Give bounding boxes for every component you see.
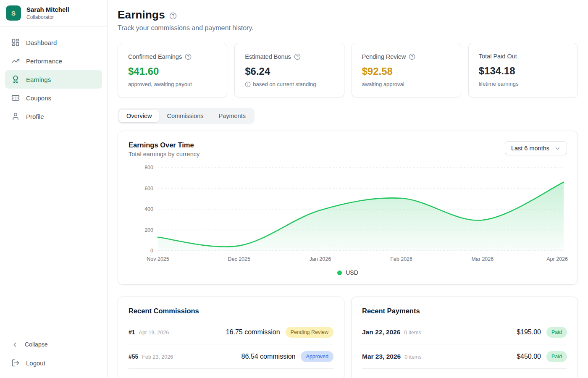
help-icon[interactable] xyxy=(185,53,192,60)
stat-label: Pending Review xyxy=(362,53,406,60)
sidebar-item-dashboard[interactable]: Dashboard xyxy=(5,33,102,52)
stat-value: $6.24 xyxy=(245,66,333,77)
sidebar-item-label: Coupons xyxy=(26,94,51,102)
sidebar: S Sarah Mitchell Collaborator Dashboard … xyxy=(0,0,108,378)
card-title: Recent Commissions xyxy=(129,307,333,315)
sidebar-nav: Dashboard Performance Earnings Coupons P… xyxy=(0,26,107,330)
stat-card-confirmed-earnings: Confirmed Earnings $41.60 approved, awai… xyxy=(118,43,227,97)
chevron-down-icon xyxy=(554,145,561,152)
svg-text:Apr 2026: Apr 2026 xyxy=(546,256,568,262)
recent-commissions-card: Recent Commissions #1 Apr 19, 2026 16.75… xyxy=(118,297,344,378)
svg-text:Nov 2025: Nov 2025 xyxy=(147,256,169,262)
stat-value: $134.18 xyxy=(479,65,567,77)
svg-text:400: 400 xyxy=(144,206,153,212)
status-badge: Pending Review xyxy=(286,327,333,338)
sidebar-footer: Collapse Logout xyxy=(0,330,107,378)
earnings-chart: 8006004002000Nov 2025Dec 2025Jan 2026Feb… xyxy=(129,164,568,265)
user-name: Sarah Mitchell xyxy=(26,6,69,13)
avatar: S xyxy=(6,5,21,21)
payment-items: 0 items xyxy=(404,330,421,336)
sidebar-item-profile[interactable]: Profile xyxy=(5,107,102,126)
stat-note: approved, awaiting payout xyxy=(128,81,217,87)
dashboard-grid-icon xyxy=(11,38,20,47)
help-icon[interactable] xyxy=(169,12,177,20)
svg-text:Jan 2026: Jan 2026 xyxy=(310,256,331,262)
earnings-over-time-card: Earnings Over Time Total earnings by cur… xyxy=(118,131,578,285)
status-badge: Paid xyxy=(546,351,567,362)
svg-text:Dec 2025: Dec 2025 xyxy=(228,256,250,262)
stat-note: awaiting approval xyxy=(362,81,451,87)
commission-row[interactable]: #55 Feb 23, 2026 86.54 commission Approv… xyxy=(129,344,333,369)
commission-row[interactable]: #1 Apr 19, 2026 16.75 commission Pending… xyxy=(129,320,333,344)
stat-note: based on current standing xyxy=(245,81,333,87)
stat-card-total-paid-out: Total Paid Out $134.18 lifetime earnings xyxy=(468,43,578,97)
ticket-icon xyxy=(11,94,20,102)
payment-date: Mar 23, 2026 xyxy=(362,353,401,360)
svg-text:800: 800 xyxy=(144,165,153,171)
sidebar-item-label: Dashboard xyxy=(26,39,57,46)
sidebar-item-label: Earnings xyxy=(26,76,51,83)
commission-date: Feb 23, 2026 xyxy=(142,354,173,360)
status-badge: Paid xyxy=(546,327,567,338)
trending-up-icon xyxy=(11,57,20,65)
main-content: Earnings Track your commissions and paym… xyxy=(108,0,588,378)
tab-bar: Overview Commissions Payments xyxy=(118,108,255,124)
payment-amount: $450.00 xyxy=(517,353,541,360)
recent-payments-card: Recent Payments Jan 22, 2026 0 items $19… xyxy=(351,297,578,378)
commission-id: #1 xyxy=(129,329,135,336)
payment-date: Jan 22, 2026 xyxy=(362,328,400,336)
payment-amount: $195.00 xyxy=(517,328,541,336)
stat-label: Confirmed Earnings xyxy=(128,53,182,60)
stats-row: Confirmed Earnings $41.60 approved, awai… xyxy=(118,43,578,97)
tab-overview[interactable]: Overview xyxy=(119,110,159,122)
commission-amount: 86.54 commission xyxy=(242,353,296,360)
svg-text:600: 600 xyxy=(144,186,153,192)
svg-text:200: 200 xyxy=(144,227,153,233)
award-icon xyxy=(11,75,20,84)
collapse-label: Collapse xyxy=(25,341,47,348)
stat-note: lifetime earnings xyxy=(479,81,567,87)
sidebar-item-coupons[interactable]: Coupons xyxy=(5,89,102,107)
chart-legend: USD xyxy=(129,269,567,276)
sidebar-item-label: Performance xyxy=(26,58,62,65)
stat-value: $92.58 xyxy=(362,66,451,77)
stat-label: Estimated Bonus xyxy=(245,53,291,60)
commission-id: #55 xyxy=(129,353,138,360)
card-title: Recent Payments xyxy=(362,307,567,315)
date-range-value: Last 6 months xyxy=(511,145,549,152)
status-badge: Approved xyxy=(301,351,333,362)
svg-text:Feb 2026: Feb 2026 xyxy=(390,256,412,262)
logout-button[interactable]: Logout xyxy=(5,354,102,372)
collapse-sidebar-button[interactable]: Collapse xyxy=(5,335,102,354)
tab-commissions[interactable]: Commissions xyxy=(160,110,210,122)
stat-card-pending-review: Pending Review $92.58 awaiting approval xyxy=(352,43,461,97)
help-icon[interactable] xyxy=(409,53,415,60)
commission-amount: 16.75 commission xyxy=(226,328,280,336)
chart-subtitle: Total earnings by currency xyxy=(129,151,200,158)
info-icon xyxy=(245,81,251,87)
page-title: Earnings xyxy=(118,8,165,21)
payment-items: 0 items xyxy=(404,354,421,360)
user-role: Collaborator xyxy=(26,14,69,20)
user-card: S Sarah Mitchell Collaborator xyxy=(0,0,107,26)
payment-row[interactable]: Jan 22, 2026 0 items $195.00 Paid xyxy=(362,320,567,344)
user-icon xyxy=(11,112,20,121)
chevron-left-icon xyxy=(11,341,18,348)
legend-label: USD xyxy=(346,269,358,276)
chart-title: Earnings Over Time xyxy=(129,141,200,149)
page-subtitle: Track your commissions and payment histo… xyxy=(118,24,578,32)
payment-row[interactable]: Mar 23, 2026 0 items $450.00 Paid xyxy=(362,344,567,369)
svg-text:0: 0 xyxy=(150,248,153,254)
logout-icon xyxy=(11,359,20,367)
logout-label: Logout xyxy=(26,360,45,367)
tab-payments[interactable]: Payments xyxy=(211,110,252,122)
help-icon[interactable] xyxy=(294,53,301,60)
sidebar-item-earnings[interactable]: Earnings xyxy=(5,70,102,89)
svg-text:Mar 2026: Mar 2026 xyxy=(471,256,494,262)
sidebar-item-performance[interactable]: Performance xyxy=(5,52,102,70)
date-range-select[interactable]: Last 6 months xyxy=(505,141,567,155)
commission-date: Apr 19, 2026 xyxy=(139,330,169,336)
stat-label: Total Paid Out xyxy=(479,53,517,60)
stat-value: $41.60 xyxy=(128,66,217,77)
legend-dot xyxy=(337,270,342,275)
